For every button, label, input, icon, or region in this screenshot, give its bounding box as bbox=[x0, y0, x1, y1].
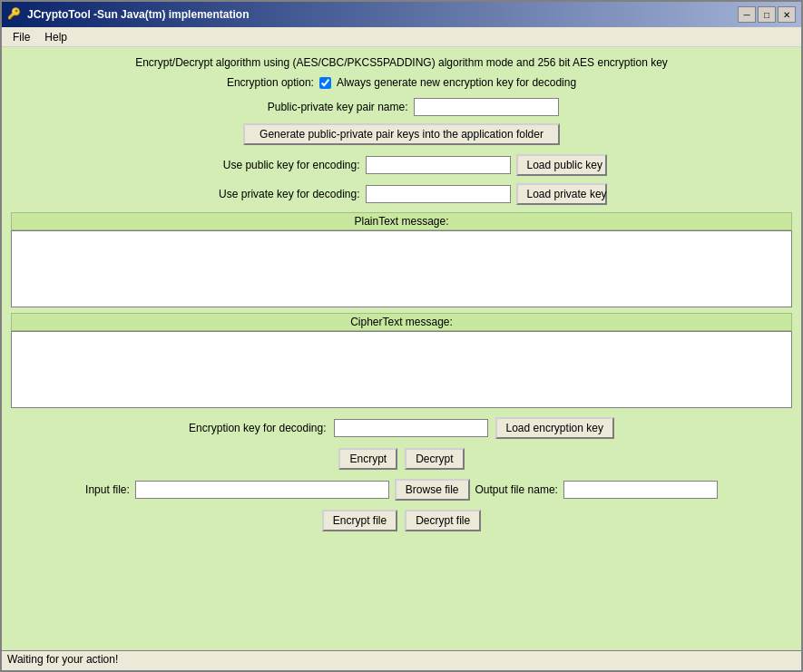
decrypt-file-button[interactable]: Decrypt file bbox=[405, 510, 481, 531]
public-key-label: Use public key for encoding: bbox=[197, 159, 360, 171]
encryption-key-label: Encryption key for decoding: bbox=[189, 422, 326, 434]
key-pair-row: Public-private key pair name: bbox=[11, 98, 792, 116]
plaintext-wrapper bbox=[11, 230, 792, 307]
close-button[interactable]: ✕ bbox=[778, 6, 796, 23]
window-title: JCryptoTool -Sun Java(tm) implementation bbox=[27, 8, 249, 21]
generate-keys-button[interactable]: Generate public-private pair keys into t… bbox=[243, 123, 560, 145]
main-content: Encrypt/Decrypt algorithm using (AES/CBC… bbox=[2, 47, 801, 650]
output-file-field[interactable] bbox=[563, 481, 718, 499]
menu-file[interactable]: File bbox=[5, 29, 37, 44]
encryption-option-label: Encryption option: bbox=[227, 76, 314, 89]
public-key-row: Use public key for encoding: Load public… bbox=[11, 154, 792, 176]
key-pair-label: Public-private key pair name: bbox=[245, 101, 408, 113]
auto-generate-checkbox[interactable] bbox=[319, 77, 331, 89]
plaintext-section: PlainText message: bbox=[11, 212, 792, 307]
title-bar-left: 🔑 JCryptoTool -Sun Java(tm) implementati… bbox=[7, 7, 249, 22]
ciphertext-label: CipherText message: bbox=[11, 313, 792, 331]
encryption-key-input[interactable] bbox=[334, 419, 488, 437]
encryption-option-checkbox-label: Always generate new encryption key for d… bbox=[337, 76, 576, 89]
title-controls: ─ □ ✕ bbox=[738, 6, 796, 23]
main-window: 🔑 JCryptoTool -Sun Java(tm) implementati… bbox=[0, 0, 803, 672]
load-public-key-button[interactable]: Load public key bbox=[516, 154, 607, 176]
load-private-key-button[interactable]: Load private key bbox=[516, 183, 607, 205]
private-key-row: Use private key for decoding: Load priva… bbox=[11, 183, 792, 205]
status-bar: Waiting for your action! bbox=[2, 650, 801, 670]
status-message: Waiting for your action! bbox=[7, 653, 118, 666]
encryption-option-row: Encryption option: Always generate new e… bbox=[11, 76, 792, 89]
decrypt-button[interactable]: Decrypt bbox=[405, 448, 464, 470]
menu-bar: File Help bbox=[2, 27, 801, 47]
public-key-input[interactable] bbox=[366, 156, 511, 174]
private-key-input[interactable] bbox=[366, 185, 511, 203]
encryption-key-row: Encryption key for decoding: Load encryp… bbox=[11, 417, 792, 439]
app-icon: 🔑 bbox=[7, 7, 22, 22]
browse-file-button[interactable]: Browse file bbox=[395, 479, 470, 501]
key-pair-input[interactable] bbox=[414, 98, 559, 116]
ciphertext-wrapper bbox=[11, 331, 792, 408]
plaintext-label: PlainText message: bbox=[11, 212, 792, 230]
description-text: Encrypt/Decrypt algorithm using (AES/CBC… bbox=[11, 56, 792, 69]
ciphertext-section: CipherText message: bbox=[11, 313, 792, 408]
load-encryption-key-button[interactable]: Load encryption key bbox=[495, 417, 614, 439]
menu-help[interactable]: Help bbox=[37, 29, 74, 44]
private-key-label: Use private key for decoding: bbox=[197, 188, 360, 200]
input-file-field[interactable] bbox=[135, 481, 389, 499]
encrypt-button[interactable]: Encrypt bbox=[338, 448, 397, 470]
plaintext-textarea[interactable] bbox=[12, 231, 791, 304]
maximize-button[interactable]: □ bbox=[758, 6, 776, 23]
output-file-label: Output file name: bbox=[475, 483, 558, 496]
file-input-row: Input file: Browse file Output file name… bbox=[11, 479, 792, 501]
title-bar: 🔑 JCryptoTool -Sun Java(tm) implementati… bbox=[2, 2, 801, 27]
file-action-row: Encrypt file Decrypt file bbox=[11, 510, 792, 531]
generate-row: Generate public-private pair keys into t… bbox=[11, 123, 792, 145]
action-row: Encrypt Decrypt bbox=[11, 448, 792, 470]
minimize-button[interactable]: ─ bbox=[738, 6, 756, 23]
input-file-label: Input file: bbox=[85, 483, 130, 496]
encrypt-file-button[interactable]: Encrypt file bbox=[322, 510, 397, 531]
ciphertext-textarea[interactable] bbox=[12, 332, 791, 404]
